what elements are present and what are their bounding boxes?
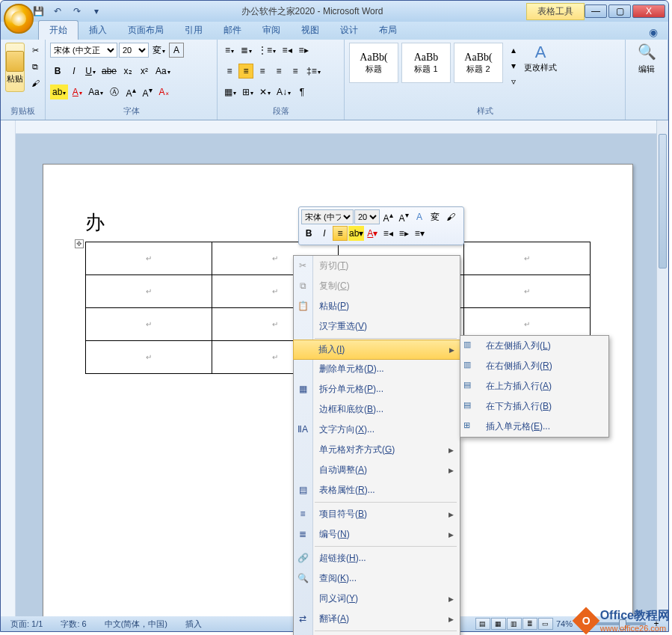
- context-item[interactable]: ⇄翻译(A)▶: [294, 609, 460, 629]
- char-border-icon[interactable]: A: [169, 43, 184, 58]
- mini-align-center[interactable]: ≡: [333, 226, 348, 241]
- view-draft[interactable]: ▭: [538, 618, 553, 630]
- indent-inc-button[interactable]: ≡▸: [296, 43, 311, 58]
- grow-font-button[interactable]: A▴: [123, 85, 138, 99]
- redo-icon[interactable]: ↷: [70, 4, 84, 19]
- close-button[interactable]: X: [632, 4, 665, 18]
- context-item[interactable]: 📋粘贴(P): [294, 296, 460, 316]
- status-mode[interactable]: 插入: [180, 617, 207, 631]
- maximize-button[interactable]: ▢: [608, 4, 631, 18]
- clear-format-button[interactable]: Aₓ: [156, 85, 171, 99]
- font-size-select[interactable]: 20: [119, 43, 149, 58]
- copy-icon[interactable]: ⧉: [28, 59, 43, 74]
- font-name-select[interactable]: 宋体 (中文正: [50, 43, 117, 58]
- context-item[interactable]: ≣编号(N)▶: [294, 524, 460, 544]
- tab-view[interactable]: 视图: [291, 21, 330, 40]
- distribute-button[interactable]: ≡: [288, 64, 303, 79]
- tab-layout[interactable]: 页面布局: [117, 21, 174, 40]
- context-item[interactable]: 同义词(Y)▶: [294, 589, 460, 609]
- shading-button[interactable]: ▦: [222, 85, 238, 99]
- context-item[interactable]: ▦拆分单元格(P)...: [294, 379, 460, 399]
- align-center-button[interactable]: ≡: [238, 64, 253, 79]
- align-left-button[interactable]: ≡: [222, 64, 237, 79]
- context-item[interactable]: 汉字重选(V): [294, 316, 460, 337]
- zoom-level[interactable]: 74%: [556, 619, 573, 628]
- char-shading-button[interactable]: Aa: [86, 85, 105, 99]
- change-case-button[interactable]: Aa: [153, 64, 173, 79]
- tab-mailings[interactable]: 邮件: [213, 21, 252, 40]
- style-scroll-up[interactable]: ▴: [506, 43, 521, 58]
- change-styles-button[interactable]: A 更改样式: [524, 43, 557, 104]
- style-heading2[interactable]: AaBb(标题 2: [454, 43, 503, 83]
- tab-review[interactable]: 审阅: [252, 21, 291, 40]
- help-icon[interactable]: ◉: [644, 25, 662, 40]
- context-item[interactable]: ▤表格属性(R)...: [294, 480, 460, 500]
- style-scroll-down[interactable]: ▾: [506, 58, 521, 73]
- context-item[interactable]: 自动调整(A)▶: [294, 460, 460, 480]
- align-right-button[interactable]: ≡: [255, 64, 270, 79]
- borders-button[interactable]: ⊞: [240, 85, 256, 99]
- tab-references[interactable]: 引用: [174, 21, 213, 40]
- mini-highlight[interactable]: ab▾: [348, 226, 364, 241]
- indent-dec-button[interactable]: ≡◂: [280, 43, 295, 58]
- mini-bold[interactable]: B: [301, 226, 316, 241]
- mini-grow-font[interactable]: A▴: [380, 209, 395, 224]
- mini-indent-inc[interactable]: ≡▸: [396, 226, 411, 241]
- highlight-button[interactable]: ab: [50, 85, 68, 99]
- minimize-button[interactable]: —: [585, 4, 607, 18]
- italic-button[interactable]: I: [67, 64, 81, 79]
- vertical-scrollbar[interactable]: [656, 120, 668, 616]
- mini-font-color[interactable]: A▾: [365, 226, 380, 241]
- context-item[interactable]: 边框和底纹(B)...: [294, 399, 460, 420]
- style-expand[interactable]: ▿: [506, 74, 521, 89]
- view-web[interactable]: ▥: [507, 618, 522, 630]
- context-item[interactable]: 单元格对齐方式(G)▶: [294, 440, 460, 460]
- phonetic-guide-icon[interactable]: 変: [150, 43, 167, 58]
- qat-more-icon[interactable]: ▾: [89, 4, 104, 19]
- context-item[interactable]: 插入(I)▶: [293, 340, 460, 360]
- underline-button[interactable]: U: [83, 64, 98, 79]
- status-lang[interactable]: 中文(简体，中国): [99, 617, 173, 631]
- mini-change-styles[interactable]: A: [412, 209, 427, 224]
- mini-phonetic[interactable]: 変: [428, 209, 443, 224]
- show-marks-button[interactable]: ¶: [295, 85, 309, 99]
- tab-table-layout[interactable]: 布局: [369, 21, 407, 40]
- mini-bullets[interactable]: ≡▾: [412, 226, 427, 241]
- paste-button[interactable]: 粘贴: [5, 43, 25, 92]
- cut-icon[interactable]: ✂: [28, 43, 43, 58]
- style-heading[interactable]: AaBb(标题: [349, 43, 398, 83]
- mini-size-select[interactable]: 20: [354, 209, 380, 224]
- context-item[interactable]: ≡项目符号(B)▶: [294, 504, 460, 524]
- context-item[interactable]: 删除单元格(D)...: [294, 359, 460, 379]
- bullets-button[interactable]: ≡: [222, 43, 237, 58]
- submenu-item[interactable]: ▥在右侧插入列(R): [460, 356, 608, 376]
- view-print-layout[interactable]: ▤: [475, 618, 490, 630]
- submenu-item[interactable]: ▤在下方插入行(B): [460, 396, 608, 417]
- context-item[interactable]: ⅡA文字方向(X)...: [294, 420, 460, 440]
- enclosed-char-button[interactable]: Ⓐ: [107, 85, 122, 99]
- scroll-thumb[interactable]: [659, 134, 667, 269]
- doc-heading[interactable]: 办: [85, 212, 105, 233]
- context-item[interactable]: 🔗超链接(H)...: [294, 548, 460, 568]
- mini-indent-dec[interactable]: ≡◂: [380, 226, 395, 241]
- justify-button[interactable]: ≡: [271, 64, 286, 79]
- view-outline[interactable]: ≣: [523, 618, 537, 630]
- mini-italic[interactable]: I: [317, 226, 332, 241]
- line-spacing-button[interactable]: ‡≡: [304, 64, 323, 79]
- mini-format-painter[interactable]: 🖌: [443, 209, 458, 224]
- strike-button[interactable]: abe: [99, 64, 119, 79]
- context-item[interactable]: 🔍查阅(K)...: [294, 568, 460, 589]
- sort-button[interactable]: A↓: [274, 85, 293, 99]
- submenu-item[interactable]: ▥在左侧插入列(L): [460, 336, 608, 356]
- mini-shrink-font[interactable]: A▾: [396, 209, 411, 224]
- submenu-item[interactable]: ⊞插入单元格(E)...: [460, 417, 608, 437]
- submenu-item[interactable]: ▤在上方插入行(A): [460, 376, 608, 396]
- office-button[interactable]: [4, 4, 34, 34]
- tab-design[interactable]: 设计: [330, 21, 369, 40]
- tab-insert[interactable]: 插入: [78, 21, 117, 40]
- asian-layout-button[interactable]: ✕: [257, 85, 273, 99]
- status-page[interactable]: 页面: 1/1: [5, 617, 48, 631]
- status-words[interactable]: 字数: 6: [55, 617, 91, 631]
- numbering-button[interactable]: ≣: [238, 43, 254, 58]
- shrink-font-button[interactable]: A▾: [140, 85, 155, 99]
